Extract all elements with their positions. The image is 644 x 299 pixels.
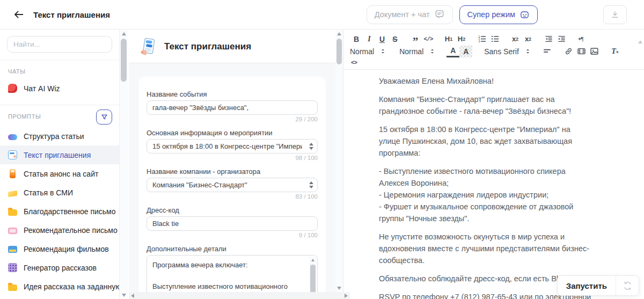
scroll-down-arrow[interactable] (335, 285, 343, 292)
sidebar-scrollbar[interactable] (120, 30, 128, 299)
back-button[interactable] (11, 6, 27, 23)
prompts-header: ПРОМПТЫ (0, 105, 119, 127)
field-label: Дресс-код (147, 206, 318, 214)
heading2-button[interactable]: H2 (455, 33, 468, 45)
code-button[interactable]: </> (422, 33, 435, 45)
clear-formatting-button[interactable]: Tx (609, 46, 621, 57)
scroll-up-arrow[interactable] (309, 256, 317, 264)
search-wrap (7, 36, 112, 53)
stepper-down-icon[interactable] (309, 147, 313, 150)
subscript-button[interactable]: x2 (509, 33, 522, 45)
sidebar-item-media-article[interactable]: Статья в СМИ (0, 183, 119, 202)
indent-icon[interactable] (555, 33, 568, 45)
text-color-button[interactable]: A (447, 46, 459, 57)
run-button[interactable]: Запустить (557, 275, 639, 296)
scroll-up-arrow[interactable] (335, 30, 343, 38)
sidebar-item-label: Рекомендация фильмов (24, 245, 109, 253)
code-block-button[interactable]: <> (350, 57, 357, 69)
char-counter: 83 / 100 (147, 193, 318, 201)
char-counter: 9 / 100 (147, 232, 318, 239)
toolbar-row-2: Normal Normal A A Sans Serif (350, 45, 638, 57)
event-info-input[interactable] (147, 140, 308, 153)
heading1-button[interactable]: H1 (442, 33, 455, 45)
doc-chat-button[interactable]: Документ + чат (367, 5, 453, 24)
sidebar-item-label: Идея рассказа на заданную (24, 282, 120, 291)
company-name-input[interactable] (147, 178, 308, 192)
filter-button[interactable] (96, 110, 112, 125)
refresh-icon[interactable] (616, 276, 639, 295)
editor-content[interactable]: Уважаемая Елена Михайловна!Компания "Биз… (343, 70, 644, 299)
video-icon[interactable] (575, 46, 588, 57)
stepper-up-icon[interactable] (309, 143, 313, 145)
scrollbar-thumb[interactable] (310, 265, 316, 296)
form-scrollbar[interactable] (335, 30, 343, 292)
style-picker[interactable]: Normal (399, 47, 436, 56)
ordered-list-icon[interactable]: 123 (475, 33, 488, 45)
sidebar-item-recommendation-letter[interactable]: Рекомендательное письмо (0, 221, 119, 239)
sidebar-item-invitation-text[interactable]: Текст приглашения (0, 145, 119, 164)
sidebar: ЧАТЫ Чат AI Wiz ПРОМПТЫ Структура статьи… (0, 30, 120, 299)
size-picker[interactable]: Normal (350, 47, 386, 56)
field-event-name: Название события 29 / 200 (147, 90, 318, 123)
sidebar-item-site-announce[interactable]: Статья анонс на сайт (0, 164, 119, 183)
stepper (308, 178, 317, 192)
run-button-label[interactable]: Запустить (558, 276, 616, 295)
font-picker[interactable]: Sans Serif (484, 47, 531, 56)
sidebar-item-movie-recommendation[interactable]: Рекомендация фильмов (0, 239, 119, 258)
link-icon[interactable] (562, 46, 575, 57)
image-icon[interactable] (588, 46, 601, 57)
prompts-section-label: ПРОМПТЫ (0, 110, 49, 124)
bullet-list-icon[interactable] (488, 33, 501, 45)
announce-icon (10, 169, 16, 178)
doc-chat-label: Документ + чат (375, 10, 430, 19)
editor-paragraph[interactable]: Уважаемая Елена Михайловна! (379, 75, 592, 87)
super-mode-button[interactable]: Супер режим (459, 5, 538, 24)
editor-paragraph[interactable]: Не упустите возможность окунуться в мир … (379, 231, 592, 266)
editor-paragraph[interactable]: - Выступление известного мотивационного … (379, 165, 592, 224)
highlight-color-button[interactable]: A (459, 46, 472, 57)
topbar: Текст приглашения Документ + чат Супер р… (0, 0, 644, 30)
strikethrough-button[interactable]: S (389, 33, 401, 45)
scroll-down-arrow[interactable] (120, 291, 128, 299)
sidebar-item-chat-ai-wiz[interactable]: Чат AI Wiz (0, 79, 119, 98)
editor-paragraph[interactable]: 15 октября в 18:00 в Конгресс-центре "Им… (379, 123, 592, 159)
download-button[interactable] (603, 5, 627, 24)
picker-arrows-icon (429, 47, 436, 55)
scroll-up-arrow[interactable] (120, 30, 128, 38)
field-label: Название компании - организатора (147, 167, 318, 176)
topbar-actions: Документ + чат Супер режим (367, 5, 627, 24)
funnel-icon (100, 113, 108, 121)
folder-icon (8, 209, 17, 216)
scroll-right-arrow[interactable] (345, 294, 348, 298)
editor-paragraph[interactable]: Компания "Бизнес-Стандарт" приглашает ва… (379, 93, 592, 117)
char-counter: 98 / 100 (147, 155, 318, 162)
event-name-input[interactable] (147, 101, 317, 114)
bold-button[interactable]: B (350, 33, 363, 45)
outdent-icon[interactable] (542, 33, 555, 45)
superscript-button[interactable]: x2 (522, 33, 535, 45)
align-icon[interactable] (541, 46, 554, 57)
sidebar-item-article-structure[interactable]: Структура статьи (0, 127, 119, 145)
blockquote-button[interactable]: ” (409, 33, 422, 45)
search-input[interactable] (7, 36, 112, 53)
scroll-left-arrow[interactable] (131, 294, 134, 298)
text-direction-icon[interactable]: ¶ (575, 33, 588, 45)
editor-scroll-up-arrow[interactable] (638, 31, 642, 41)
sidebar-item-thankyou-letter[interactable]: Благодарственное письмо (0, 202, 119, 221)
horizontal-scrollbar[interactable] (129, 292, 350, 299)
field-additional-details: Дополнительные детали Программа вечера в… (147, 245, 318, 299)
stepper-up-icon[interactable] (309, 181, 313, 184)
field-label: Основная информация о мероприятии (147, 129, 318, 137)
italic-button[interactable]: I (363, 33, 376, 45)
sidebar-item-story-idea[interactable]: Идея рассказа на заданную (0, 277, 119, 296)
stepper-down-icon[interactable] (309, 186, 313, 188)
dress-code-input[interactable] (147, 217, 317, 230)
toolbar-row-3: <> (350, 57, 638, 68)
sidebar-item-label: Структура статьи (24, 132, 84, 141)
picker-arrows-icon (379, 47, 386, 55)
scrollbar-thumb[interactable] (121, 39, 127, 82)
input-wrap (147, 100, 318, 115)
underline-button[interactable]: U (376, 33, 389, 45)
scrollbar-thumb[interactable] (336, 39, 342, 64)
sidebar-item-story-generator[interactable]: Генератор рассказов (0, 258, 119, 277)
